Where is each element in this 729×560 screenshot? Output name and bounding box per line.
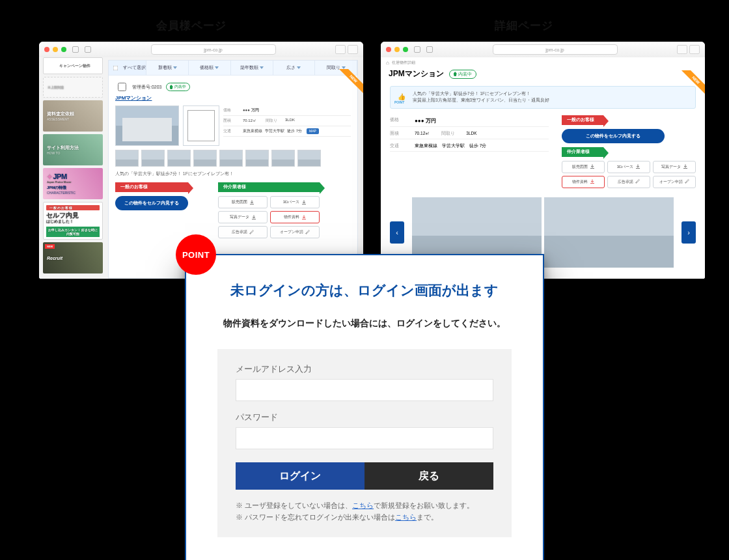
dl-open-apply[interactable]: オープン申請 bbox=[653, 176, 696, 188]
share-icon[interactable] bbox=[335, 45, 346, 54]
filter-age[interactable]: 築年数順 bbox=[231, 61, 273, 75]
edit-icon bbox=[685, 179, 690, 184]
edit-icon bbox=[305, 230, 310, 235]
thumbnail-row bbox=[115, 150, 351, 167]
dl-open-apply[interactable]: オープン申請 bbox=[270, 226, 320, 238]
traffic-close-icon[interactable] bbox=[386, 47, 391, 52]
traffic-max-icon[interactable] bbox=[403, 47, 408, 52]
traffic-min-icon[interactable] bbox=[394, 47, 400, 52]
sidebar-item-jpm[interactable]: ✦JPM Japan Praise Mover JPMの特徴 CHARACTER… bbox=[43, 168, 103, 199]
download-icon bbox=[590, 164, 595, 169]
nav-fwd-icon[interactable] bbox=[426, 46, 433, 53]
gallery-next-button[interactable]: › bbox=[681, 221, 696, 244]
chevron-down-icon bbox=[173, 66, 177, 69]
status-badge: 内装中 bbox=[449, 70, 476, 79]
map-badge[interactable]: MAP bbox=[307, 128, 319, 134]
filter-area[interactable]: 広さ bbox=[273, 61, 316, 75]
chevron-down-icon bbox=[297, 66, 301, 69]
dl-ad-approve[interactable]: 広告承諾 bbox=[607, 176, 650, 188]
ribbon-customer: 一般のお客様 bbox=[115, 182, 188, 192]
ribbon-customer: 一般のお客様 bbox=[562, 115, 603, 125]
property-name-link[interactable]: JPMマンション bbox=[115, 94, 152, 102]
url-bar[interactable]: jpm-co.jp bbox=[151, 44, 276, 55]
download-icon bbox=[249, 200, 254, 205]
url-bar[interactable]: jpm-co.jp bbox=[493, 44, 618, 55]
password-label: パスワード bbox=[236, 412, 493, 423]
back-button[interactable]: 戻る bbox=[364, 462, 493, 490]
tabs-icon[interactable] bbox=[689, 45, 700, 54]
download-icon bbox=[251, 215, 256, 220]
download-icon bbox=[635, 164, 640, 169]
mgmt-number: 管理番号:0203 bbox=[132, 84, 162, 91]
self-view-button[interactable]: この物件をセルフ内見する bbox=[562, 129, 665, 143]
browser-chrome: jpm-co.jp bbox=[39, 42, 363, 58]
sidebar-campaign[interactable]: キャンペーン物件 bbox=[43, 57, 103, 74]
ribbon-agent: 仲介業者様 bbox=[562, 147, 603, 157]
listing-panel: すべて選択 新着順 価格順 築年数順 広さ 間取り NEW 管理番号:0203 … bbox=[108, 60, 358, 279]
nav-back-icon[interactable] bbox=[414, 46, 420, 53]
sidebar-item-assessment[interactable]: 資料査定依頼ASSESSMENT bbox=[43, 100, 103, 132]
sidebar-item-howto[interactable]: サイト利用方法HOW TO bbox=[43, 134, 103, 165]
dl-ad-approve[interactable]: 広告承諾 bbox=[218, 226, 268, 238]
browser-window-detail: jpm-co.jp ⌂ 住居物件詳細 JPMマンション 内装中 NEW 👍 PO… bbox=[381, 42, 705, 279]
traffic-close-icon[interactable] bbox=[44, 47, 49, 52]
edit-icon bbox=[635, 179, 640, 184]
traffic-max-icon[interactable] bbox=[61, 47, 66, 52]
password-field[interactable] bbox=[236, 427, 493, 449]
gallery-image[interactable] bbox=[544, 197, 674, 268]
login-subtitle: 物件資料をダウンロードしたい場合には、ログインをしてください。 bbox=[217, 318, 512, 329]
dl-3d[interactable]: 3Dパース bbox=[607, 161, 650, 173]
thumb[interactable] bbox=[141, 150, 165, 167]
floorplan-thumb[interactable] bbox=[183, 105, 219, 146]
sidebar-item-selfview[interactable]: 一般のお客様 セルフ内見 はじめました！ お申し込みカンタン！ 好きな時に内覧可… bbox=[43, 202, 103, 240]
sidebar: キャンペーン物件 ※上限到達 資料査定依頼ASSESSMENT サイト利用方法H… bbox=[43, 57, 103, 273]
dl-property-doc[interactable]: 物件資料 bbox=[562, 176, 605, 188]
self-view-button[interactable]: この物件をセルフ内見する bbox=[115, 196, 188, 210]
dl-sales-drawing[interactable]: 販売図面 bbox=[218, 196, 268, 208]
login-form: メールアドレス入力 パスワード ログイン 戻る ※ ユーザ登録をしていない場合は… bbox=[217, 349, 512, 537]
filter-select-all[interactable]: すべて選択 bbox=[109, 61, 146, 75]
login-button[interactable]: ログイン bbox=[236, 462, 364, 490]
register-link[interactable]: こちら bbox=[352, 501, 374, 509]
email-field[interactable] bbox=[236, 379, 493, 401]
thumb[interactable] bbox=[193, 150, 217, 167]
share-icon[interactable] bbox=[677, 45, 687, 54]
thumb[interactable] bbox=[271, 150, 295, 167]
point-badge: POINT bbox=[176, 234, 216, 275]
email-label: メールアドレス入力 bbox=[236, 363, 493, 375]
chevron-down-icon bbox=[215, 66, 219, 69]
home-icon[interactable]: ⌂ bbox=[386, 60, 389, 66]
dl-photo[interactable]: 写真データ bbox=[218, 211, 268, 223]
login-title: 未ログインの方は、ログイン画面が出ます bbox=[217, 281, 512, 300]
download-icon bbox=[301, 200, 307, 205]
download-icon bbox=[301, 215, 307, 220]
dl-property-doc[interactable]: 物件資料 bbox=[270, 211, 320, 223]
listing-checkbox[interactable] bbox=[118, 83, 126, 91]
chevron-down-icon bbox=[260, 66, 264, 69]
thumb[interactable] bbox=[167, 150, 191, 167]
login-modal: 未ログインの方は、ログイン画面が出ます 物件資料をダウンロードしたい場合には、ロ… bbox=[185, 254, 544, 560]
download-icon bbox=[590, 179, 595, 184]
forgot-password-link[interactable]: こちら bbox=[395, 513, 417, 521]
dl-3d[interactable]: 3Dパース bbox=[270, 196, 320, 208]
spec-table: 価格●●● 万円 面積70.12㎡間取り3LDK 交通東急東横線 学芸大学駅 徒… bbox=[390, 115, 549, 188]
thumb[interactable] bbox=[297, 150, 321, 167]
page-title: JPMマンション bbox=[389, 68, 444, 79]
login-notes: ※ ユーザ登録をしていない場合は、こちらで新規登録をお願い致します。 ※ パスワ… bbox=[236, 500, 493, 523]
sidebar-item-recruit[interactable]: NEW Recruit bbox=[43, 242, 103, 273]
dl-photo[interactable]: 写真データ bbox=[653, 161, 696, 173]
browser-chrome: jpm-co.jp bbox=[381, 42, 705, 58]
thumb[interactable] bbox=[245, 150, 269, 167]
thumb[interactable] bbox=[219, 150, 243, 167]
filter-price[interactable]: 価格順 bbox=[189, 61, 231, 75]
select-all-checkbox[interactable] bbox=[113, 65, 118, 70]
gallery-prev-button[interactable]: ‹ bbox=[390, 221, 404, 244]
nav-fwd-icon[interactable] bbox=[85, 46, 91, 53]
traffic-min-icon[interactable] bbox=[53, 47, 58, 52]
filter-new[interactable]: 新着順 bbox=[146, 61, 189, 75]
thumb[interactable] bbox=[115, 150, 139, 167]
photo-main[interactable] bbox=[115, 105, 179, 146]
dl-sales-drawing[interactable]: 販売図面 bbox=[562, 161, 605, 173]
nav-back-icon[interactable] bbox=[72, 46, 79, 53]
tabs-icon[interactable] bbox=[348, 45, 358, 54]
